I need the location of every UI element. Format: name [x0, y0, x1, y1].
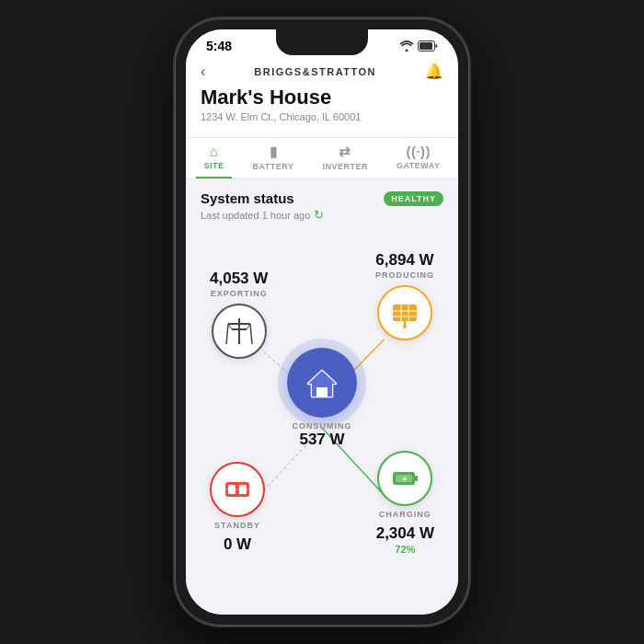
svg-text:+: + [403, 475, 408, 484]
grid-node: 4,053 W EXPORTING [210, 270, 268, 359]
battery-tab-icon: ▮ [270, 144, 278, 160]
status-icons [399, 40, 438, 52]
energy-diagram: 4,053 W EXPORTING [201, 233, 443, 564]
tab-battery[interactable]: ▮ BATTERY [245, 138, 301, 178]
app-header: ‹ BRIGGS&STRATTON 🔔 Mark's House 1234 W.… [186, 57, 458, 138]
standby-node: STANDBY 0 W [210, 462, 265, 555]
solar-node: 6,894 W PRODUCING [375, 251, 434, 340]
wifi-icon [399, 40, 414, 52]
inverter-icon: ⇄ [339, 144, 351, 160]
tab-bar: ⌂ SITE ▮ BATTERY ⇄ INVERTER ((·)) GATEWA… [186, 138, 458, 179]
last-updated: Last updated 1 hour ago ↻ [201, 208, 443, 222]
svg-rect-13 [393, 305, 417, 321]
refresh-icon[interactable]: ↻ [314, 208, 324, 222]
standby-circle [210, 462, 265, 517]
tab-gateway[interactable]: ((·)) GATEWAY [389, 138, 448, 178]
brand-label: BRIGGS&STRATTON [254, 66, 376, 77]
svg-rect-29 [415, 476, 418, 481]
svg-line-10 [250, 324, 252, 344]
battery-node: + CHARGING 2,304 W 72% [376, 451, 434, 555]
status-row: System status HEALTHY [201, 190, 443, 206]
home-circle [287, 348, 357, 418]
tab-inverter[interactable]: ⇄ INVERTER [315, 138, 375, 178]
solar-circle [377, 285, 432, 340]
tab-site[interactable]: ⌂ SITE [196, 138, 231, 178]
consuming-label: CONSUMING [293, 421, 352, 431]
main-content: System status HEALTHY Last updated 1 hou… [186, 179, 458, 615]
svg-point-19 [403, 325, 407, 328]
home-node: CONSUMING 537 W [287, 348, 357, 449]
svg-rect-1 [420, 42, 432, 50]
battery-pct: 72% [395, 544, 415, 555]
battery-circle: + [377, 451, 432, 506]
consuming-value: 537 W [299, 431, 344, 449]
grid-circle [212, 304, 267, 359]
house-title: Mark's House [201, 86, 443, 109]
site-icon: ⌂ [210, 144, 219, 159]
healthy-badge: HEALTHY [384, 191, 443, 206]
gateway-icon: ((·)) [406, 144, 431, 159]
notification-button[interactable]: 🔔 [425, 63, 443, 80]
battery-icon [418, 40, 438, 52]
system-status-label: System status [201, 190, 294, 206]
status-time: 5:48 [206, 39, 232, 53]
back-button[interactable]: ‹ [201, 63, 205, 80]
svg-line-9 [226, 324, 228, 344]
house-address: 1234 W. Elm Ct., Chicago, IL 60001 [201, 111, 443, 122]
svg-rect-23 [316, 387, 328, 397]
